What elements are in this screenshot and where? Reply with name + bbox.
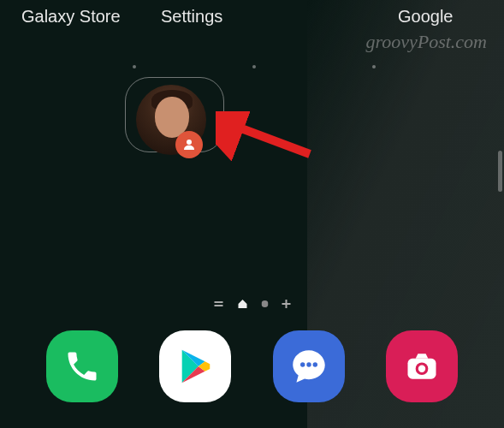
play-store-app[interactable] (159, 330, 231, 402)
messages-icon (288, 345, 330, 388)
contact-shortcut[interactable] (125, 77, 224, 152)
dock (0, 330, 504, 402)
play-store-icon (175, 347, 215, 386)
svg-point-0 (187, 140, 192, 145)
add-page-icon[interactable] (281, 299, 291, 309)
scroll-thumb[interactable] (498, 151, 502, 192)
grid-dot (252, 65, 256, 68)
camera-icon (403, 348, 441, 385)
svg-point-9 (306, 362, 311, 366)
messages-app[interactable] (273, 330, 345, 402)
menu-indicator-icon[interactable] (213, 300, 223, 308)
page-dot-indicator[interactable] (261, 300, 268, 307)
phone-icon (63, 348, 101, 385)
svg-point-13 (418, 366, 425, 372)
svg-point-10 (312, 362, 317, 366)
google-label[interactable]: Google (398, 7, 454, 27)
camera-app[interactable] (386, 330, 458, 402)
phone-app[interactable] (46, 330, 118, 402)
watermark: groovyPost.com (365, 31, 487, 53)
svg-point-8 (300, 362, 305, 366)
person-icon (181, 137, 197, 152)
home-indicator-icon[interactable] (236, 298, 248, 310)
grid-dot (372, 65, 376, 68)
settings-label[interactable]: Settings (161, 7, 222, 27)
grid-dot (133, 65, 136, 68)
page-indicator (213, 298, 291, 310)
svg-point-5 (261, 300, 268, 307)
contact-badge (175, 131, 203, 158)
svg-line-2 (228, 123, 310, 154)
arrow-annotation (216, 111, 318, 163)
galaxy-store-label[interactable]: Galaxy Store (21, 7, 121, 27)
